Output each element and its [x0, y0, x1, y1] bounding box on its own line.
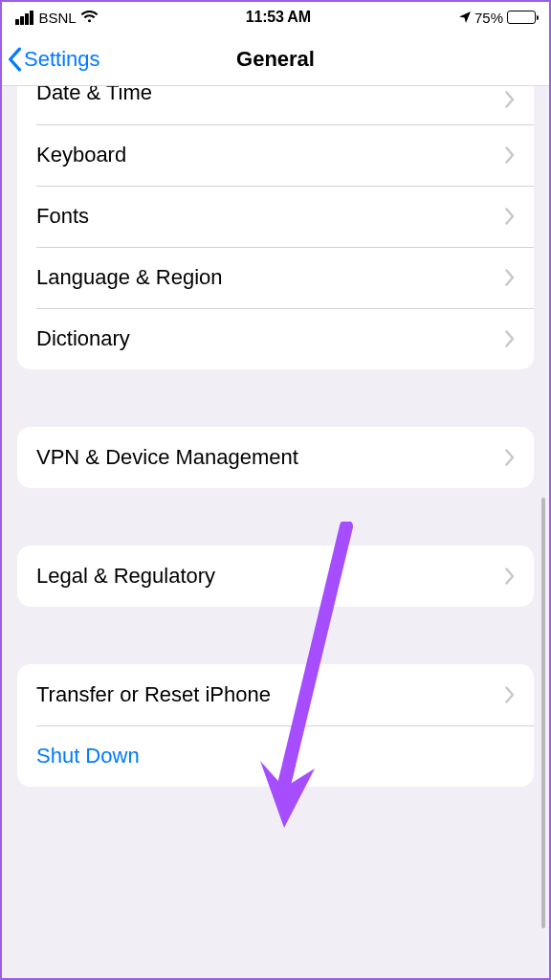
row-label: Dictionary — [36, 326, 130, 351]
row-transfer-reset[interactable]: Transfer or Reset iPhone — [17, 664, 534, 725]
row-label: Shut Down — [36, 744, 140, 768]
chevron-right-icon — [505, 568, 515, 585]
row-dictionary[interactable]: Dictionary — [17, 308, 534, 369]
status-bar: BSNL 11:53 AM 75% — [2, 2, 549, 33]
row-legal-regulatory[interactable]: Legal & Regulatory — [17, 546, 534, 607]
row-vpn-device-management[interactable]: VPN & Device Management — [17, 427, 534, 488]
back-button[interactable]: Settings — [2, 47, 100, 72]
chevron-right-icon — [505, 208, 515, 225]
row-shut-down[interactable]: Shut Down — [17, 725, 534, 787]
settings-group-vpn: VPN & Device Management — [17, 427, 534, 488]
row-label: Language & Region — [36, 265, 223, 290]
row-label: Fonts — [36, 204, 89, 229]
row-keyboard[interactable]: Keyboard — [17, 124, 534, 186]
settings-group-general: Date & Time Keyboard Fonts Language & Re… — [17, 86, 534, 369]
chevron-right-icon — [505, 449, 515, 466]
battery-icon — [507, 11, 536, 24]
settings-group-legal: Legal & Regulatory — [17, 546, 534, 607]
settings-group-reset: Transfer or Reset iPhone Shut Down — [17, 664, 534, 787]
chevron-right-icon — [505, 269, 515, 286]
chevron-right-icon — [505, 686, 515, 703]
location-icon — [458, 11, 472, 24]
row-date-time[interactable]: Date & Time — [17, 86, 534, 124]
chevron-right-icon — [505, 91, 515, 108]
page-title: General — [236, 47, 315, 72]
chevron-right-icon — [505, 330, 515, 347]
chevron-right-icon — [505, 146, 515, 164]
status-left: BSNL — [15, 10, 99, 26]
row-label: Date & Time — [36, 86, 152, 105]
carrier-label: BSNL — [39, 10, 77, 26]
scroll-indicator[interactable] — [541, 498, 545, 928]
row-language-region[interactable]: Language & Region — [17, 247, 534, 308]
nav-bar: Settings General — [2, 33, 549, 86]
row-label: Transfer or Reset iPhone — [36, 682, 271, 707]
row-label: Legal & Regulatory — [36, 564, 215, 589]
cellular-signal-icon — [15, 11, 33, 25]
battery-percentage: 75% — [474, 10, 503, 26]
row-label: VPN & Device Management — [36, 445, 298, 470]
chevron-left-icon — [7, 47, 22, 72]
clock-label: 11:53 AM — [246, 9, 311, 26]
status-right: 75% — [458, 10, 536, 26]
row-fonts[interactable]: Fonts — [17, 186, 534, 247]
back-label: Settings — [24, 47, 100, 72]
row-label: Keyboard — [36, 143, 126, 167]
wifi-icon — [80, 11, 99, 24]
content[interactable]: Date & Time Keyboard Fonts Language & Re… — [2, 86, 549, 978]
